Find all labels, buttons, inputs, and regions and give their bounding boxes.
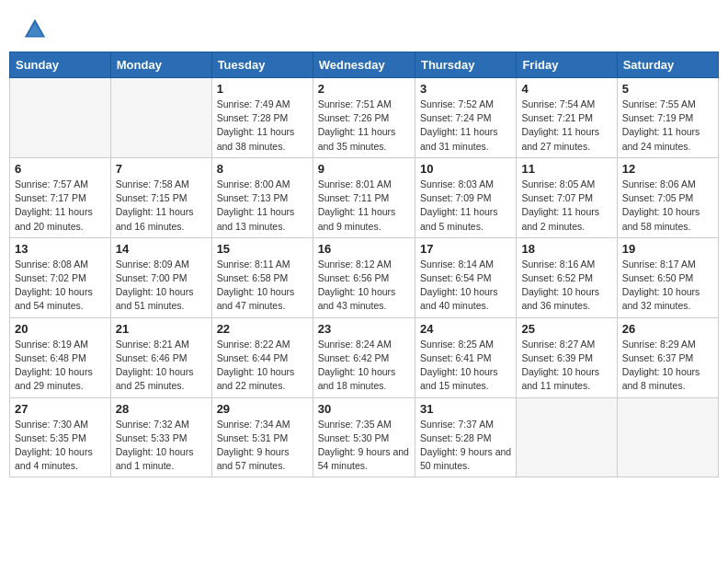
- day-number: 12: [622, 162, 713, 176]
- day-detail: Sunrise: 8:12 AMSunset: 6:56 PMDaylight:…: [318, 258, 410, 314]
- day-detail: Sunrise: 8:24 AMSunset: 6:42 PMDaylight:…: [318, 338, 410, 394]
- calendar-cell: 9Sunrise: 8:01 AMSunset: 7:11 PMDaylight…: [313, 157, 415, 237]
- day-number: 22: [217, 322, 308, 336]
- day-number: 1: [217, 82, 308, 96]
- day-number: 17: [420, 242, 511, 256]
- calendar-cell: 17Sunrise: 8:14 AMSunset: 6:54 PMDayligh…: [415, 237, 516, 317]
- calendar-cell: 4Sunrise: 7:54 AMSunset: 7:21 PMDaylight…: [517, 78, 617, 158]
- calendar-cell: [517, 397, 617, 477]
- day-header-saturday: Saturday: [617, 52, 718, 78]
- calendar-cell: 25Sunrise: 8:27 AMSunset: 6:39 PMDayligh…: [517, 317, 617, 397]
- day-number: 19: [622, 242, 713, 256]
- calendar-cell: 11Sunrise: 8:05 AMSunset: 7:07 PMDayligh…: [517, 157, 617, 237]
- calendar-cell: 2Sunrise: 7:51 AMSunset: 7:26 PMDaylight…: [313, 78, 415, 158]
- day-number: 20: [15, 322, 106, 336]
- day-number: 8: [217, 162, 308, 176]
- calendar-cell: 8Sunrise: 8:00 AMSunset: 7:13 PMDaylight…: [211, 157, 313, 237]
- day-detail: Sunrise: 8:29 AMSunset: 6:37 PMDaylight:…: [622, 338, 713, 394]
- day-detail: Sunrise: 8:17 AMSunset: 6:50 PMDaylight:…: [622, 258, 713, 314]
- calendar-cell: 19Sunrise: 8:17 AMSunset: 6:50 PMDayligh…: [617, 237, 718, 317]
- calendar-cell: 13Sunrise: 8:08 AMSunset: 7:02 PMDayligh…: [10, 237, 111, 317]
- calendar-cell: 23Sunrise: 8:24 AMSunset: 6:42 PMDayligh…: [313, 317, 415, 397]
- day-header-thursday: Thursday: [415, 52, 516, 78]
- calendar-cell: 7Sunrise: 7:58 AMSunset: 7:15 PMDaylight…: [110, 157, 211, 237]
- day-number: 6: [15, 162, 106, 176]
- day-detail: Sunrise: 8:00 AMSunset: 7:13 PMDaylight:…: [217, 178, 308, 234]
- day-header-monday: Monday: [110, 52, 211, 78]
- day-detail: Sunrise: 8:03 AMSunset: 7:09 PMDaylight:…: [420, 178, 511, 234]
- day-number: 4: [521, 82, 611, 96]
- day-detail: Sunrise: 8:05 AMSunset: 7:07 PMDaylight:…: [521, 178, 611, 234]
- day-number: 10: [420, 162, 511, 176]
- day-number: 11: [521, 162, 611, 176]
- calendar-cell: [10, 78, 111, 158]
- day-number: 21: [116, 322, 207, 336]
- day-detail: Sunrise: 8:25 AMSunset: 6:41 PMDaylight:…: [420, 338, 511, 394]
- day-header-friday: Friday: [517, 52, 617, 78]
- calendar-cell: 1Sunrise: 7:49 AMSunset: 7:28 PMDaylight…: [211, 78, 313, 158]
- calendar-table: SundayMondayTuesdayWednesdayThursdayFrid…: [9, 52, 719, 477]
- day-number: 5: [622, 82, 713, 96]
- calendar-cell: [617, 397, 718, 477]
- day-number: 14: [116, 242, 207, 256]
- calendar-cell: 30Sunrise: 7:35 AMSunset: 5:30 PMDayligh…: [313, 397, 415, 477]
- day-detail: Sunrise: 7:51 AMSunset: 7:26 PMDaylight:…: [318, 98, 410, 154]
- day-header-wednesday: Wednesday: [313, 52, 415, 78]
- calendar-cell: 15Sunrise: 8:11 AMSunset: 6:58 PMDayligh…: [211, 237, 313, 317]
- day-number: 31: [420, 402, 511, 416]
- calendar-cell: 18Sunrise: 8:16 AMSunset: 6:52 PMDayligh…: [517, 237, 617, 317]
- calendar-week-row: 6Sunrise: 7:57 AMSunset: 7:17 PMDaylight…: [10, 157, 719, 237]
- calendar-week-row: 13Sunrise: 8:08 AMSunset: 7:02 PMDayligh…: [10, 237, 719, 317]
- day-detail: Sunrise: 8:09 AMSunset: 7:00 PMDaylight:…: [116, 258, 207, 314]
- day-detail: Sunrise: 7:52 AMSunset: 7:24 PMDaylight:…: [420, 98, 511, 154]
- day-number: 16: [318, 242, 410, 256]
- day-detail: Sunrise: 8:19 AMSunset: 6:48 PMDaylight:…: [15, 338, 106, 394]
- day-detail: Sunrise: 7:55 AMSunset: 7:19 PMDaylight:…: [622, 98, 713, 154]
- day-number: 9: [318, 162, 410, 176]
- day-detail: Sunrise: 7:37 AMSunset: 5:28 PMDaylight:…: [420, 418, 511, 474]
- calendar-cell: 16Sunrise: 8:12 AMSunset: 6:56 PMDayligh…: [313, 237, 415, 317]
- day-detail: Sunrise: 8:06 AMSunset: 7:05 PMDaylight:…: [622, 178, 713, 234]
- calendar-cell: 29Sunrise: 7:34 AMSunset: 5:31 PMDayligh…: [211, 397, 313, 477]
- day-detail: Sunrise: 7:54 AMSunset: 7:21 PMDaylight:…: [521, 98, 611, 154]
- calendar-cell: 12Sunrise: 8:06 AMSunset: 7:05 PMDayligh…: [617, 157, 718, 237]
- day-number: 25: [521, 322, 611, 336]
- day-detail: Sunrise: 8:21 AMSunset: 6:46 PMDaylight:…: [116, 338, 207, 394]
- day-detail: Sunrise: 7:32 AMSunset: 5:33 PMDaylight:…: [116, 418, 207, 474]
- calendar-cell: 26Sunrise: 8:29 AMSunset: 6:37 PMDayligh…: [617, 317, 718, 397]
- calendar-cell: 24Sunrise: 8:25 AMSunset: 6:41 PMDayligh…: [415, 317, 516, 397]
- day-detail: Sunrise: 7:57 AMSunset: 7:17 PMDaylight:…: [15, 178, 106, 234]
- logo: [22, 17, 51, 42]
- day-detail: Sunrise: 7:35 AMSunset: 5:30 PMDaylight:…: [318, 418, 410, 474]
- calendar-cell: 6Sunrise: 7:57 AMSunset: 7:17 PMDaylight…: [10, 157, 111, 237]
- day-number: 18: [521, 242, 611, 256]
- calendar-cell: 21Sunrise: 8:21 AMSunset: 6:46 PMDayligh…: [110, 317, 211, 397]
- calendar-cell: 22Sunrise: 8:22 AMSunset: 6:44 PMDayligh…: [211, 317, 313, 397]
- day-number: 3: [420, 82, 511, 96]
- day-detail: Sunrise: 8:14 AMSunset: 6:54 PMDaylight:…: [420, 258, 511, 314]
- calendar-cell: 5Sunrise: 7:55 AMSunset: 7:19 PMDaylight…: [617, 78, 718, 158]
- day-number: 23: [318, 322, 410, 336]
- day-detail: Sunrise: 7:49 AMSunset: 7:28 PMDaylight:…: [217, 98, 308, 154]
- day-header-tuesday: Tuesday: [211, 52, 313, 78]
- day-number: 7: [116, 162, 207, 176]
- calendar-week-row: 1Sunrise: 7:49 AMSunset: 7:28 PMDaylight…: [10, 78, 719, 158]
- day-number: 26: [622, 322, 713, 336]
- day-detail: Sunrise: 7:34 AMSunset: 5:31 PMDaylight:…: [217, 418, 308, 474]
- day-detail: Sunrise: 8:08 AMSunset: 7:02 PMDaylight:…: [15, 258, 106, 314]
- day-number: 15: [217, 242, 308, 256]
- calendar-cell: [110, 78, 211, 158]
- calendar-week-row: 27Sunrise: 7:30 AMSunset: 5:35 PMDayligh…: [10, 397, 719, 477]
- day-number: 29: [217, 402, 308, 416]
- calendar-cell: 14Sunrise: 8:09 AMSunset: 7:00 PMDayligh…: [110, 237, 211, 317]
- calendar-cell: 10Sunrise: 8:03 AMSunset: 7:09 PMDayligh…: [415, 157, 516, 237]
- page-header: [0, 0, 728, 52]
- logo-icon: [22, 17, 48, 42]
- day-number: 30: [318, 402, 410, 416]
- day-detail: Sunrise: 8:11 AMSunset: 6:58 PMDaylight:…: [217, 258, 308, 314]
- day-number: 13: [15, 242, 106, 256]
- day-header-sunday: Sunday: [10, 52, 111, 78]
- calendar-cell: 3Sunrise: 7:52 AMSunset: 7:24 PMDaylight…: [415, 78, 516, 158]
- day-detail: Sunrise: 8:16 AMSunset: 6:52 PMDaylight:…: [521, 258, 611, 314]
- calendar-cell: 28Sunrise: 7:32 AMSunset: 5:33 PMDayligh…: [110, 397, 211, 477]
